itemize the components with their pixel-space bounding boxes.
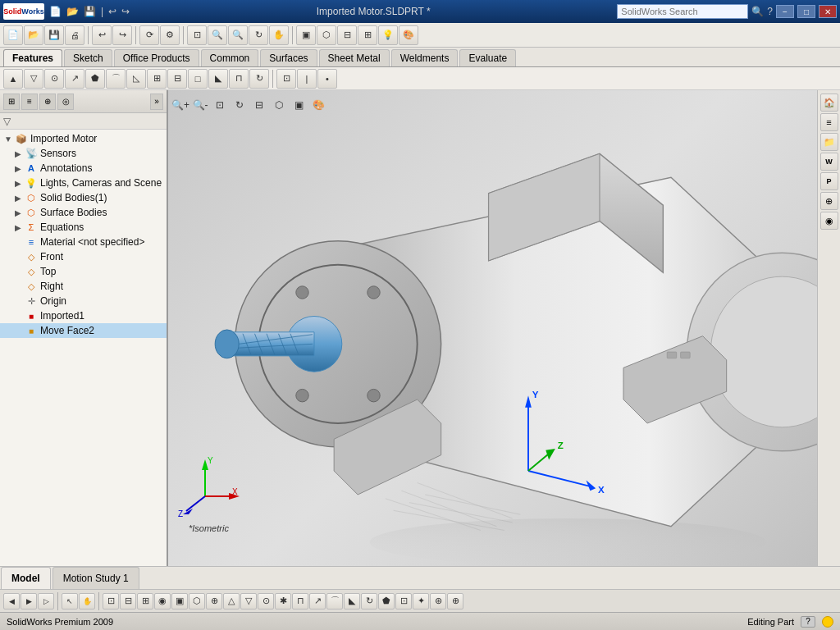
appearances-btn[interactable]: 🎨	[399, 25, 418, 45]
maximize-button[interactable]: □	[797, 5, 815, 18]
bt-4[interactable]: ⊟	[120, 593, 136, 609]
tab-evaluate[interactable]: Evaluate	[459, 49, 516, 66]
display-style-btn[interactable]: ⬡	[317, 25, 336, 45]
bt-3[interactable]: ⊡	[103, 593, 119, 609]
expand-lights[interactable]: ▶	[13, 178, 23, 188]
extrude-btn[interactable]: ▲	[3, 69, 23, 89]
tree-item-top[interactable]: ▶ ◇ Top	[0, 264, 167, 279]
save-file-btn[interactable]: 💾	[44, 25, 64, 45]
bt-13[interactable]: ✱	[275, 593, 291, 609]
bt-21[interactable]: ✦	[413, 593, 429, 609]
rp-appearances-icon[interactable]: ⊕	[820, 192, 838, 210]
tab-surfaces[interactable]: Surfaces	[260, 49, 317, 66]
rp-home-icon[interactable]: 🏠	[820, 94, 838, 112]
new-file-btn[interactable]: 📄	[3, 25, 23, 45]
tree-item-origin[interactable]: ▶ ✛ Origin	[0, 294, 167, 308]
minimize-button[interactable]: −	[776, 5, 794, 18]
expand-imported-motor[interactable]: ▼	[3, 134, 13, 144]
open-icon[interactable]: 📂	[66, 6, 79, 17]
bt-10[interactable]: △	[223, 593, 240, 609]
bt-12[interactable]: ⊙	[258, 593, 274, 609]
lights-btn[interactable]: 💡	[378, 25, 398, 45]
redo-icon[interactable]: ↪	[121, 6, 130, 17]
search-input[interactable]	[617, 4, 748, 19]
expand-surface-bodies[interactable]: ▶	[13, 208, 23, 217]
bt-prev[interactable]: ◀	[3, 593, 20, 609]
loft-btn[interactable]: ⬟	[85, 69, 105, 89]
rib-btn[interactable]: ⊓	[229, 69, 249, 89]
chamfer-btn[interactable]: ◺	[126, 69, 146, 89]
hidden-lines-btn[interactable]: ⊞	[358, 25, 377, 45]
viewport[interactable]: 🔍+ 🔍- ⊡ ↻ ⊟ ⬡ ▣ 🎨	[168, 90, 817, 566]
bt-19[interactable]: ⬟	[378, 593, 395, 609]
rp-design-library-icon[interactable]: ≡	[820, 113, 838, 131]
view-orient-btn[interactable]: ▣	[296, 25, 316, 45]
tree-item-imported-motor[interactable]: ▼ 📦 Imported Motor	[0, 131, 167, 146]
bt-play[interactable]: ▷	[38, 593, 54, 609]
tree-item-equations[interactable]: ▶ Σ Equations	[0, 220, 167, 235]
sidebar-more-btn[interactable]: »	[150, 94, 163, 110]
bt-select[interactable]: ↖	[62, 593, 78, 609]
tab-common[interactable]: Common	[201, 49, 259, 66]
bt-pan[interactable]: ✋	[79, 593, 95, 609]
ref-point-btn[interactable]: •	[317, 69, 337, 89]
rp-file-explorer-icon[interactable]: 📁	[820, 133, 838, 151]
bt-8[interactable]: ⬡	[189, 593, 205, 609]
save-icon[interactable]: 💾	[84, 6, 96, 17]
sidebar-icon-dm[interactable]: ◎	[57, 94, 74, 110]
expand-equations[interactable]: ▶	[13, 222, 23, 232]
sidebar-icon-tree[interactable]: ⊞	[3, 94, 20, 110]
bt-15[interactable]: ↗	[309, 593, 326, 609]
pan-btn[interactable]: ✋	[269, 25, 289, 45]
tree-item-sensors[interactable]: ▶ 📡 Sensors	[0, 146, 167, 161]
bt-11[interactable]: ▽	[240, 593, 257, 609]
draft-btn[interactable]: ◣	[208, 69, 228, 89]
tree-item-front[interactable]: ▶ ◇ Front	[0, 249, 167, 264]
tab-sketch[interactable]: Sketch	[64, 49, 112, 66]
rp-custom-icon[interactable]: ◉	[820, 212, 838, 230]
extrude-cut-btn[interactable]: ▽	[24, 69, 43, 89]
ref-plane-btn[interactable]: ⊡	[276, 69, 296, 89]
wrap-btn[interactable]: ↻	[249, 69, 269, 89]
tree-item-lights[interactable]: ▶ 💡 Lights, Cameras and Scene	[0, 176, 167, 190]
bt-20[interactable]: ⊡	[395, 593, 412, 609]
help-menu-icon[interactable]: ?	[767, 6, 773, 17]
rotate-btn[interactable]: ↻	[249, 25, 268, 45]
search-button[interactable]: 🔍	[751, 6, 764, 17]
options-btn[interactable]: ⚙	[160, 25, 180, 45]
bt-16[interactable]: ⌒	[326, 593, 343, 609]
bt-17[interactable]: ◣	[344, 593, 360, 609]
zoom-out-btn[interactable]: 🔍	[228, 25, 248, 45]
shell-btn[interactable]: □	[188, 69, 208, 89]
expand-sensors[interactable]: ▶	[13, 148, 23, 158]
tree-item-imported1[interactable]: ▶ ■ Imported1	[0, 308, 167, 323]
rp-view-palette-icon[interactable]: W	[820, 153, 838, 171]
bt-7[interactable]: ▣	[171, 593, 188, 609]
undo-btn[interactable]: ↩	[92, 25, 112, 45]
bt-next[interactable]: ▶	[21, 593, 37, 609]
sidebar-icon-cm[interactable]: ⊕	[39, 94, 56, 110]
bt-5[interactable]: ⊞	[137, 593, 153, 609]
fillet-btn[interactable]: ⌒	[106, 69, 126, 89]
open-file-btn[interactable]: 📂	[24, 25, 43, 45]
zoom-in-btn[interactable]: 🔍	[208, 25, 227, 45]
bt-22[interactable]: ⊛	[430, 593, 446, 609]
zoom-to-fit-btn[interactable]: ⊡	[187, 25, 207, 45]
tree-item-move-face2[interactable]: ▶ ■ Move Face2	[0, 323, 167, 338]
tab-model[interactable]: Model	[1, 567, 51, 589]
expand-solid-bodies[interactable]: ▶	[13, 193, 23, 203]
redo-btn[interactable]: ↪	[112, 25, 132, 45]
sidebar-icon-pm[interactable]: ≡	[21, 94, 38, 110]
bt-14[interactable]: ⊓	[292, 593, 308, 609]
bt-9[interactable]: ⊕	[206, 593, 222, 609]
tree-item-material[interactable]: ▶ ≡ Material <not specified>	[0, 235, 167, 249]
section-view-btn[interactable]: ⊟	[337, 25, 357, 45]
help-button[interactable]: ?	[801, 616, 815, 628]
close-button[interactable]: ✕	[819, 5, 837, 18]
tab-weldments[interactable]: Weldments	[391, 49, 459, 66]
print-btn[interactable]: 🖨	[65, 25, 84, 45]
tab-office-products[interactable]: Office Products	[114, 49, 199, 66]
bt-18[interactable]: ↻	[361, 593, 377, 609]
sweep-btn[interactable]: ↗	[65, 69, 84, 89]
expand-annotations[interactable]: ▶	[13, 163, 23, 173]
